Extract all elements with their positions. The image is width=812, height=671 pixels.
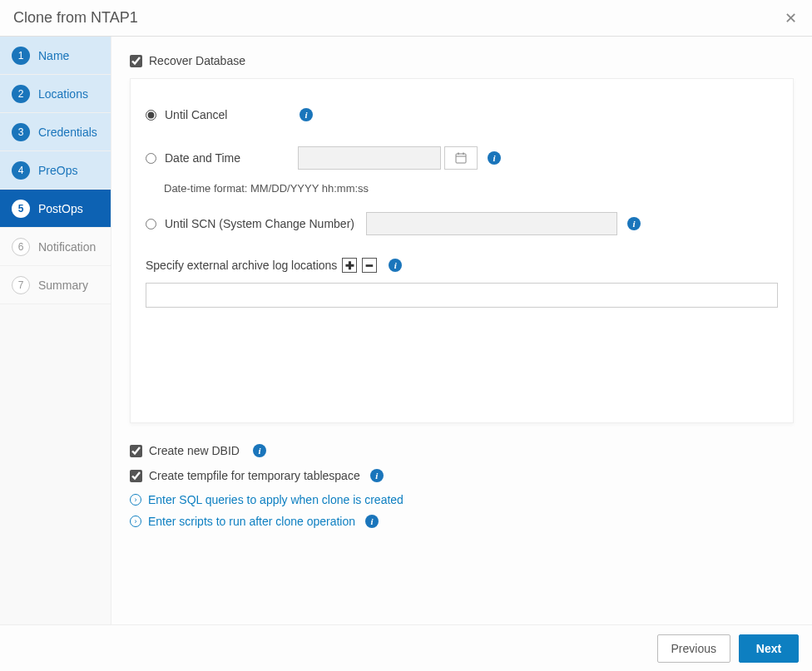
- info-icon[interactable]: i: [300, 108, 313, 121]
- add-location-icon[interactable]: ✚: [342, 258, 357, 273]
- create-dbid-label: Create new DBID: [149, 443, 240, 458]
- dialog-title: Clone from NTAP1: [13, 9, 780, 27]
- remove-location-icon[interactable]: ━: [362, 258, 377, 273]
- create-tempfile-label: Create tempfile for temporary tablespace: [149, 468, 360, 483]
- until-scn-radio[interactable]: [146, 219, 156, 229]
- until-cancel-radio[interactable]: [146, 110, 156, 121]
- title-bar: Clone from NTAP1 ✕: [0, 0, 812, 37]
- until-scn-row: Until SCN (System Change Number) i: [146, 210, 778, 238]
- archive-log-row: Specify external archive log locations ✚…: [146, 258, 778, 273]
- archive-log-label: Specify external archive log locations: [146, 259, 337, 272]
- step-credentials[interactable]: 3 Credentials: [0, 113, 111, 151]
- recover-database-label: Recover Database: [149, 53, 245, 68]
- info-icon[interactable]: i: [627, 217, 641, 230]
- recover-database-checkbox[interactable]: [130, 55, 142, 67]
- previous-button[interactable]: Previous: [657, 634, 730, 663]
- enter-sql-label: Enter SQL queries to apply when clone is…: [148, 493, 404, 506]
- step-preops[interactable]: 4 PreOps: [0, 151, 111, 190]
- recover-options-panel: Until Cancel i Date and Time i Date-time…: [130, 78, 794, 423]
- step-label: Notification: [38, 240, 96, 254]
- svg-rect-0: [456, 154, 466, 163]
- date-and-time-label: Date and Time: [165, 151, 298, 165]
- step-postops[interactable]: 5 PostOps: [0, 190, 111, 228]
- step-number: 3: [12, 123, 30, 141]
- until-scn-input[interactable]: [366, 212, 617, 235]
- step-label: Name: [38, 49, 69, 62]
- archive-log-input[interactable]: [146, 283, 778, 308]
- step-number: 5: [12, 200, 30, 218]
- step-label: Locations: [38, 87, 88, 101]
- step-label: Summary: [38, 279, 88, 292]
- step-label: PreOps: [38, 164, 77, 177]
- step-number: 2: [12, 85, 30, 103]
- create-dbid-row[interactable]: Create new DBID i: [130, 443, 794, 458]
- until-cancel-row: Until Cancel i: [146, 101, 778, 129]
- date-format-hint: Date-time format: MM/DD/YYYY hh:mm:ss: [164, 182, 778, 195]
- enter-sql-link[interactable]: › Enter SQL queries to apply when clone …: [130, 493, 794, 506]
- info-icon[interactable]: i: [389, 259, 402, 272]
- date-and-time-radio[interactable]: [146, 153, 156, 164]
- step-notification[interactable]: 6 Notification: [0, 228, 111, 266]
- step-summary[interactable]: 7 Summary: [0, 266, 111, 304]
- step-label: Credentials: [38, 126, 97, 139]
- content-area: Recover Database Until Cancel i Date and…: [111, 37, 812, 624]
- chevron-right-icon: ›: [130, 494, 141, 506]
- create-dbid-checkbox[interactable]: [130, 445, 142, 457]
- create-tempfile-checkbox[interactable]: [130, 470, 142, 482]
- info-icon[interactable]: i: [488, 151, 501, 165]
- recover-database-row[interactable]: Recover Database: [130, 53, 794, 68]
- footer: Previous Next: [0, 624, 812, 671]
- chevron-right-icon: ›: [130, 516, 141, 527]
- info-icon[interactable]: i: [365, 515, 379, 528]
- step-label: PostOps: [38, 202, 83, 215]
- wizard-sidebar: 1 Name 2 Locations 3 Credentials 4 PreOp…: [0, 37, 111, 624]
- enter-scripts-link[interactable]: › Enter scripts to run after clone opera…: [130, 515, 794, 528]
- step-number: 6: [12, 238, 30, 256]
- create-tempfile-row[interactable]: Create tempfile for temporary tablespace…: [130, 468, 794, 483]
- step-locations[interactable]: 2 Locations: [0, 75, 111, 113]
- next-button[interactable]: Next: [739, 634, 799, 663]
- date-and-time-row: Date and Time i: [146, 144, 778, 172]
- step-number: 7: [12, 276, 30, 294]
- step-number: 4: [12, 161, 30, 180]
- close-icon[interactable]: ✕: [780, 9, 800, 27]
- calendar-icon[interactable]: [444, 146, 478, 170]
- dialog-clone: Clone from NTAP1 ✕ 1 Name 2 Locations 3 …: [0, 0, 812, 671]
- date-and-time-input[interactable]: [298, 146, 441, 170]
- until-cancel-label: Until Cancel: [165, 108, 290, 121]
- step-name[interactable]: 1 Name: [0, 37, 111, 75]
- until-scn-label: Until SCN (System Change Number): [165, 217, 354, 230]
- step-number: 1: [12, 47, 30, 65]
- info-icon[interactable]: i: [370, 469, 384, 482]
- info-icon[interactable]: i: [253, 444, 266, 457]
- enter-scripts-label: Enter scripts to run after clone operati…: [148, 515, 355, 528]
